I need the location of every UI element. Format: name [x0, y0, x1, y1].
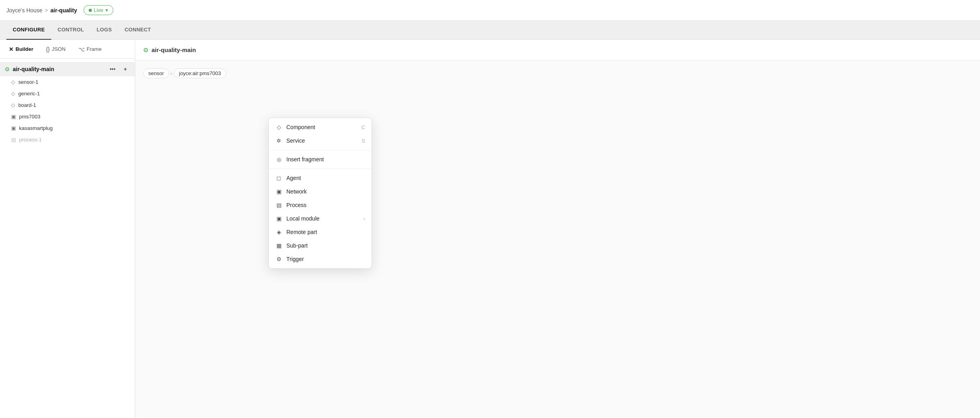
sidebar-tool-json-label: JSON: [52, 46, 66, 52]
tree-item-label: process-1: [19, 137, 42, 143]
tab-control[interactable]: CONTROL: [51, 21, 90, 40]
breadcrumb-current: air-quality: [51, 7, 77, 14]
tree-item-generic-1[interactable]: ◇ generic-1: [0, 88, 135, 99]
breadcrumb-arrow-icon: ›: [171, 71, 172, 76]
dropdown-item-service[interactable]: ✲ Service S: [269, 134, 371, 147]
dropdown-item-insert-fragment-label: Insert fragment: [286, 156, 324, 163]
sidebar: ✕ Builder {} JSON ⌥ Frame ⊙ air-quality-…: [0, 40, 135, 418]
live-badge[interactable]: Live ▾: [84, 5, 113, 15]
sidebar-tool-builder[interactable]: ✕ Builder: [6, 45, 36, 54]
dropdown-item-component-label: Component: [286, 124, 315, 130]
tree-root-item[interactable]: ⊙ air-quality-main ••• +: [0, 62, 135, 76]
service-shortcut: S: [362, 138, 365, 144]
tree-item-pms7003[interactable]: ▣ pms7003: [0, 111, 135, 122]
content-header: ⊙ air-quality-main: [135, 40, 980, 60]
dropdown-item-remote-part[interactable]: ◈ Remote part: [269, 225, 371, 239]
local-module-menu-icon: ▣: [275, 215, 282, 222]
module-icon: ▣: [11, 125, 16, 131]
trigger-menu-icon: ⚙: [275, 255, 282, 263]
agent-menu-icon: ◻: [275, 174, 282, 182]
dropdown-item-local-module-label: Local module: [286, 215, 319, 222]
breadcrumb-home[interactable]: Joyce's House: [6, 7, 43, 14]
nav-tabs: CONFIGURE CONTROL LOGS CONNECT: [0, 21, 980, 40]
tree-item-board-1[interactable]: ◇ board-1: [0, 99, 135, 111]
tree-root-more-button[interactable]: •••: [108, 64, 117, 74]
tab-logs[interactable]: LOGS: [90, 21, 118, 40]
sidebar-toolbar: ✕ Builder {} JSON ⌥ Frame: [0, 40, 135, 59]
dropdown-item-network[interactable]: ▣ Network: [269, 185, 371, 198]
tab-configure[interactable]: CONFIGURE: [6, 21, 51, 40]
sidebar-tool-frame[interactable]: ⌥ Frame: [76, 45, 104, 54]
breadcrumb-pill-sensor[interactable]: sensor: [143, 68, 169, 78]
dropdown-item-local-module[interactable]: ▣ Local module ›: [269, 212, 371, 225]
dropdown-item-component[interactable]: ◇ Component C: [269, 120, 371, 134]
dropdown-item-remote-part-label: Remote part: [286, 229, 317, 235]
dropdown-item-process[interactable]: ▤ Process: [269, 198, 371, 212]
sidebar-tool-builder-label: Builder: [16, 46, 33, 52]
breadcrumb-pill-joyce[interactable]: joyce:air:pms7003: [174, 68, 226, 78]
root-live-icon: ⊙: [5, 66, 10, 72]
component-icon: ◇: [11, 91, 15, 97]
dropdown-item-trigger-label: Trigger: [286, 256, 304, 262]
live-chevron-icon: ▾: [105, 7, 108, 13]
tree-item-sensor-1[interactable]: ◇ sensor-1: [0, 76, 135, 88]
content-area: ⊙ air-quality-main sensor › joyce:air:pm…: [135, 40, 980, 418]
breadcrumb-separator: >: [45, 7, 48, 14]
network-menu-icon: ▣: [275, 188, 282, 195]
content-title-icon: ⊙: [143, 46, 148, 54]
component-icon: ◇: [11, 102, 15, 108]
tree-item-kasasmartplug[interactable]: ▣ kasasmartplug: [0, 122, 135, 134]
sidebar-tool-frame-label: Frame: [87, 46, 102, 52]
live-label: Live: [94, 7, 103, 13]
sidebar-tree: ⊙ air-quality-main ••• + ◇ sensor-1 ◇ ge…: [0, 59, 135, 418]
tab-connect[interactable]: CONNECT: [118, 21, 157, 40]
tree-root-add-button[interactable]: +: [121, 64, 130, 74]
dropdown-item-process-label: Process: [286, 202, 307, 208]
dropdown-item-service-label: Service: [286, 137, 305, 144]
local-module-arrow-icon: ›: [364, 216, 365, 222]
tree-item-process-1[interactable]: ▤ process-1: [0, 134, 135, 145]
dropdown-item-agent[interactable]: ◻ Agent: [269, 171, 371, 185]
frame-icon: ⌥: [78, 46, 85, 52]
content-title-label: air-quality-main: [152, 46, 196, 53]
tree-item-label: sensor-1: [18, 79, 39, 85]
dropdown-item-agent-label: Agent: [286, 175, 301, 181]
tree-root-label: air-quality-main: [13, 66, 54, 72]
sidebar-tool-json[interactable]: {} JSON: [44, 45, 68, 54]
dropdown-menu: ◇ Component C ✲ Service S ◎ Insert fragm…: [268, 118, 372, 269]
module-icon: ▣: [11, 114, 16, 120]
tree-item-label: board-1: [18, 102, 36, 108]
json-icon: {}: [46, 46, 50, 52]
content-breadcrumb: sensor › joyce:air:pms7003: [143, 68, 972, 78]
service-menu-icon: ✲: [275, 137, 282, 144]
component-menu-icon: ◇: [275, 124, 282, 131]
insert-fragment-menu-icon: ◎: [275, 156, 282, 163]
tree-item-label: generic-1: [18, 91, 40, 97]
process-icon: ▤: [11, 137, 16, 143]
remote-part-menu-icon: ◈: [275, 228, 282, 236]
tree-item-label: kasasmartplug: [19, 125, 53, 131]
breadcrumb: Joyce's House > air-quality: [6, 7, 77, 14]
dropdown-item-sub-part[interactable]: ▦ Sub-part: [269, 239, 371, 252]
dropdown-divider-2: [269, 168, 371, 169]
content-body: sensor › joyce:air:pms7003: [135, 60, 980, 91]
dropdown-item-trigger[interactable]: ⚙ Trigger: [269, 252, 371, 266]
sub-part-menu-icon: ▦: [275, 242, 282, 249]
component-icon: ◇: [11, 79, 15, 85]
dropdown-item-insert-fragment[interactable]: ◎ Insert fragment: [269, 153, 371, 166]
tree-item-label: pms7003: [19, 114, 40, 120]
live-dot-icon: [89, 9, 92, 12]
dropdown-divider-1: [269, 150, 371, 150]
dropdown-item-network-label: Network: [286, 188, 307, 195]
main-layout: ✕ Builder {} JSON ⌥ Frame ⊙ air-quality-…: [0, 40, 980, 418]
component-shortcut: C: [362, 124, 365, 130]
top-bar: Joyce's House > air-quality Live ▾: [0, 0, 980, 21]
builder-icon: ✕: [9, 46, 14, 52]
process-menu-icon: ▤: [275, 201, 282, 209]
dropdown-item-sub-part-label: Sub-part: [286, 242, 308, 249]
